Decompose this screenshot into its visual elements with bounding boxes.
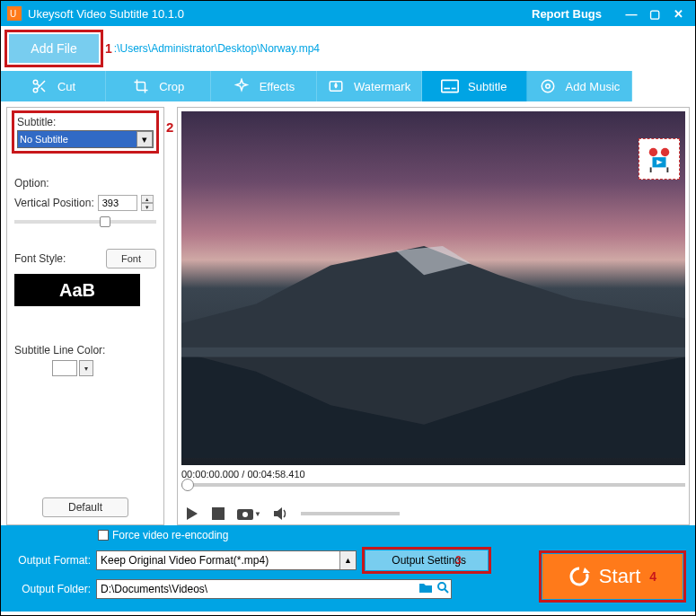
- browse-folder-icon[interactable]: [418, 581, 433, 596]
- svg-marker-28: [274, 507, 282, 520]
- tab-label: Add Music: [566, 80, 621, 93]
- app-title: Ukeysoft Video Subtitle 10.1.0: [28, 7, 532, 21]
- vertical-position-spinner[interactable]: ▲▼: [141, 195, 154, 211]
- app-logo-icon: U: [6, 5, 22, 22]
- stop-button[interactable]: [212, 507, 225, 520]
- start-button[interactable]: Start 4: [542, 554, 683, 599]
- seek-bar[interactable]: [181, 483, 685, 487]
- annotation-box-1: Add File: [4, 30, 103, 67]
- tab-subtitle[interactable]: Subtitle: [422, 71, 527, 101]
- subtitle-panel: Subtitle: No Subtitle ▾ Option: Vertical…: [6, 107, 164, 525]
- volume-slider[interactable]: [301, 512, 400, 515]
- svg-point-29: [438, 583, 445, 590]
- vertical-position-input[interactable]: [98, 195, 137, 211]
- svg-rect-8: [442, 80, 458, 92]
- slider-thumb[interactable]: [100, 216, 110, 227]
- tab-label: Effects: [260, 80, 295, 93]
- add-file-button[interactable]: Add File: [9, 34, 99, 63]
- open-folder-icon[interactable]: [436, 581, 449, 596]
- music-icon: [539, 77, 557, 95]
- bottom-bar: Force video re-encoding Output Format: K…: [1, 525, 695, 612]
- volume-button[interactable]: [274, 507, 288, 520]
- subtitle-icon: [441, 77, 459, 95]
- svg-point-11: [542, 80, 554, 92]
- svg-marker-31: [583, 568, 590, 573]
- output-folder-value: D:\Documents\Videos\: [101, 583, 207, 595]
- output-folder-label: Output Folder:: [8, 583, 91, 595]
- snapshot-button[interactable]: ▼: [237, 507, 261, 520]
- tab-cut[interactable]: Cut: [1, 71, 106, 101]
- report-bugs-link[interactable]: Report Bugs: [532, 7, 602, 21]
- svg-point-18: [649, 148, 657, 156]
- font-preview: AaB: [14, 274, 140, 306]
- titlebar: U Ukeysoft Video Subtitle 10.1.0 Report …: [1, 1, 695, 26]
- line-color-dropdown[interactable]: ▾: [79, 360, 93, 376]
- annotation-box-2: Subtitle: No Subtitle ▾: [12, 110, 159, 154]
- subtitle-label: Subtitle:: [17, 116, 154, 128]
- line-color-label: Subtitle Line Color:: [14, 344, 156, 356]
- svg-point-27: [242, 512, 248, 517]
- video-preview[interactable]: [181, 111, 685, 465]
- vertical-position-slider[interactable]: [14, 220, 156, 224]
- font-style-label: Font Style:: [14, 252, 66, 265]
- font-button[interactable]: Font: [106, 249, 156, 268]
- tab-watermark[interactable]: Watermark: [317, 71, 422, 101]
- maximize-button[interactable]: ▢: [643, 4, 666, 22]
- tab-crop[interactable]: Crop: [106, 71, 211, 101]
- svg-marker-24: [187, 507, 198, 520]
- svg-line-30: [445, 589, 448, 593]
- video-clip-icon[interactable]: [639, 138, 680, 180]
- svg-point-2: [33, 80, 38, 84]
- refresh-icon: [568, 566, 590, 587]
- chevron-down-icon: ▾: [137, 131, 153, 147]
- start-label: Start: [599, 565, 640, 588]
- preview-panel: 00:00:00.000 / 00:04:58.410 ▼: [177, 107, 690, 525]
- close-button[interactable]: ✕: [666, 4, 690, 22]
- annotation-box-3: Output Settings3: [362, 547, 491, 574]
- scissors-icon: [31, 77, 48, 95]
- minimize-button[interactable]: —: [620, 4, 643, 22]
- output-format-select[interactable]: Keep Original Video Format(*.mp4) ▲: [96, 550, 357, 570]
- crop-icon: [132, 77, 150, 95]
- file-path: :\Users\Administrator\Desktop\Norway.mp4: [114, 42, 320, 55]
- main-area: 2 Subtitle: No Subtitle ▾ Option: Vertic…: [1, 101, 695, 525]
- default-button[interactable]: Default: [42, 497, 128, 517]
- subtitle-select[interactable]: No Subtitle ▾: [17, 130, 154, 148]
- svg-point-3: [33, 88, 38, 92]
- tab-bar: Cut Crop Effects Watermark Subtitle Add …: [1, 71, 695, 101]
- option-label: Option:: [14, 177, 156, 189]
- svg-rect-25: [212, 507, 225, 520]
- droplet-icon: [327, 77, 345, 95]
- timestamp: 00:00:00.000 / 00:04:58.410: [181, 469, 685, 480]
- annotation-box-4: Start 4: [539, 550, 686, 603]
- play-button[interactable]: [185, 506, 199, 521]
- chevron-up-icon: ▲: [339, 551, 356, 569]
- output-format-label: Output Format:: [8, 554, 91, 567]
- playback-controls: ▼: [181, 506, 685, 521]
- svg-line-5: [41, 88, 45, 92]
- tab-effects[interactable]: Effects: [211, 71, 316, 101]
- annotation-1: 1: [105, 41, 112, 56]
- annotation-2: 2: [166, 119, 173, 135]
- tab-label: Cut: [57, 80, 75, 93]
- force-reencode-checkbox[interactable]: [98, 530, 109, 541]
- subtitle-value: No Subtitle: [20, 134, 68, 145]
- svg-line-6: [37, 84, 40, 86]
- svg-point-19: [661, 148, 669, 156]
- seek-thumb[interactable]: [181, 479, 194, 491]
- annotation-4: 4: [649, 569, 656, 584]
- tab-add-music[interactable]: Add Music: [527, 71, 632, 101]
- annotation-3: 3: [455, 554, 462, 567]
- svg-point-12: [545, 84, 550, 89]
- vertical-position-label: Vertical Position:: [14, 197, 94, 209]
- output-folder-input[interactable]: D:\Documents\Videos\: [96, 579, 452, 599]
- tab-label: Watermark: [354, 80, 410, 93]
- svg-text:U: U: [10, 9, 16, 19]
- output-format-value: Keep Original Video Format(*.mp4): [101, 554, 269, 567]
- line-color-swatch[interactable]: [52, 360, 77, 376]
- svg-rect-17: [181, 348, 685, 357]
- sparkle-icon: [233, 77, 251, 95]
- tab-label: Subtitle: [468, 80, 507, 93]
- add-file-row: Add File 1 :\Users\Administrator\Desktop…: [1, 26, 695, 71]
- output-settings-button[interactable]: Output Settings3: [366, 550, 488, 570]
